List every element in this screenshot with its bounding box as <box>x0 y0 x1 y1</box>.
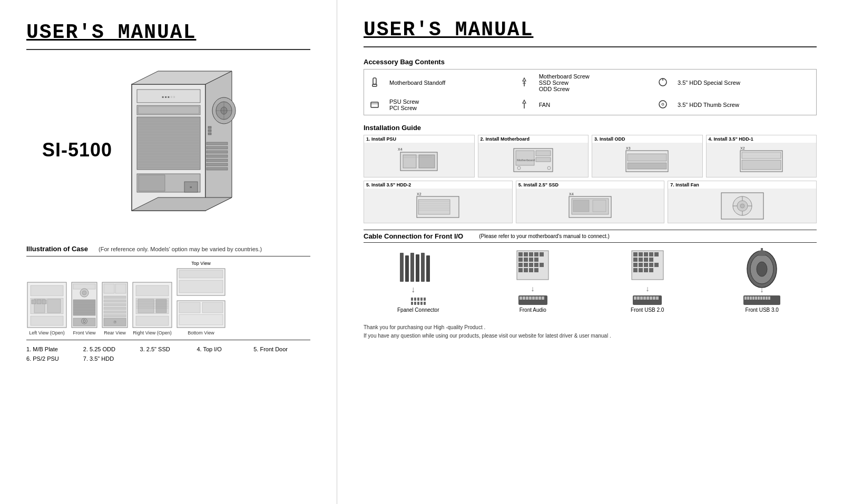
svg-rect-89 <box>104 300 126 302</box>
svg-rect-181 <box>518 252 523 256</box>
thank-you-line1: Thank you for purchasing our High -quali… <box>364 323 817 332</box>
svg-rect-202 <box>639 252 643 256</box>
part-4: 4. Top I/O <box>197 345 253 353</box>
bottom-view-img <box>176 300 226 329</box>
svg-rect-90 <box>104 303 126 306</box>
svg-text:↓: ↓ <box>411 285 415 294</box>
usb2-label: Front USB 2.0 <box>631 307 664 313</box>
svg-rect-176 <box>416 254 419 282</box>
part-2: 2. 5.25 ODD <box>83 345 140 353</box>
acc-icon-6 <box>653 96 672 114</box>
thank-you-line2: If you have any question while using our… <box>364 332 817 340</box>
part-6: 6. PS/2 PSU <box>26 355 83 362</box>
svg-rect-54 <box>207 167 228 170</box>
svg-rect-214 <box>654 263 659 267</box>
right-view-img <box>132 281 173 329</box>
svg-rect-131 <box>419 155 435 168</box>
svg-rect-190 <box>518 263 523 267</box>
svg-rect-223 <box>759 251 765 256</box>
front-usb3-connector: ↓ Front USB 3.0 <box>708 248 817 313</box>
svg-marker-117 <box>523 78 526 81</box>
step-2: 2. Install Motherboard Motherboard <box>478 135 589 177</box>
svg-rect-91 <box>104 307 126 310</box>
thank-you: Thank you for purchasing our High -quali… <box>364 323 817 340</box>
svg-rect-113 <box>202 302 223 313</box>
step-1: 1. Install PSU X4 <box>364 135 475 177</box>
acc-icon-3 <box>515 71 534 95</box>
svg-rect-64 <box>47 299 61 313</box>
step-6-title: 5. Install 2.5" SSD <box>516 181 664 189</box>
svg-rect-187 <box>524 258 528 262</box>
svg-rect-164 <box>593 200 606 212</box>
front-view-img: ⓪ <box>71 281 98 329</box>
cable-connectors: ↓ <box>364 248 817 313</box>
step-4: 4. Install 3.5" HDD-1 X2 <box>706 135 817 177</box>
svg-text:X2: X2 <box>417 192 422 196</box>
step-7-img <box>668 189 816 223</box>
svg-rect-109 <box>179 270 223 278</box>
svg-text:X2: X2 <box>740 146 745 150</box>
audio-plug-bottom <box>518 295 547 305</box>
left-view-label: Left View (Open) <box>29 330 64 335</box>
svg-rect-218 <box>649 268 653 272</box>
svg-text:≡: ≡ <box>189 185 191 189</box>
svg-text:↓: ↓ <box>531 284 535 293</box>
cable-title: Cable Connection for Front I/O <box>364 232 463 240</box>
left-page: USER'S MANUAL SI-5100 ■ ■ ■ ○ ○ <box>0 0 337 504</box>
svg-rect-216 <box>639 268 643 272</box>
svg-rect-209 <box>649 258 653 262</box>
svg-text:Motherboard: Motherboard <box>517 159 535 162</box>
svg-rect-183 <box>529 252 533 256</box>
audio-label: Front Audio <box>519 307 546 313</box>
svg-rect-93 <box>104 314 126 317</box>
svg-marker-124 <box>523 100 526 103</box>
bottom-view: Bottom View <box>176 300 226 335</box>
acc-row-1: Motherboard Standoff Motherboard ScrewSS… <box>365 71 815 95</box>
front-audio-connector: ↓ Front Audio <box>478 248 588 313</box>
acc-row-2: PSU ScrewPCI Screw FAN 3.5" HDD Thumb Sc… <box>365 96 815 114</box>
model-label: SI-5100 <box>42 139 112 161</box>
svg-rect-130 <box>403 155 416 168</box>
accessory-title: Accessory Bag Contents <box>364 58 817 66</box>
svg-rect-201 <box>633 252 638 256</box>
svg-rect-184 <box>534 252 538 256</box>
svg-rect-198 <box>534 268 538 272</box>
svg-rect-68 <box>42 300 46 304</box>
svg-rect-92 <box>104 311 126 313</box>
acc-name-1: Motherboard Standoff <box>385 71 514 95</box>
svg-rect-56 <box>208 130 211 132</box>
svg-rect-51 <box>207 155 228 157</box>
part-5: 5. Front Door <box>253 345 310 353</box>
acc-icon-2 <box>365 96 384 114</box>
step-7-title: 7. Install Fan <box>668 181 816 189</box>
left-divider <box>26 49 310 50</box>
acc-icon-5 <box>653 71 672 95</box>
step-1-title: 1. Install PSU <box>364 135 474 143</box>
svg-rect-86 <box>104 284 114 293</box>
svg-rect-50 <box>207 151 228 153</box>
right-divider <box>364 46 817 47</box>
top-view-label: Top View <box>191 261 210 266</box>
svg-rect-137 <box>536 151 551 156</box>
fpanel-connector: ↓ <box>364 250 473 313</box>
svg-rect-189 <box>534 258 538 262</box>
audio-img: ↓ <box>514 248 551 295</box>
step-4-title: 4. Install 3.5" HDD-1 <box>707 135 817 143</box>
svg-rect-49 <box>207 146 228 149</box>
acc-name-4: FAN <box>535 96 652 114</box>
usb2-img: ↓ <box>629 248 666 295</box>
svg-rect-52 <box>207 159 228 162</box>
case-image-area: SI-5100 ■ ■ ■ ○ ○ <box>26 61 310 240</box>
svg-rect-182 <box>524 252 528 256</box>
views-row: Left View (Open) <box>26 256 310 340</box>
part-3: 3. 2.5" SSD <box>140 345 197 353</box>
svg-point-72 <box>82 291 86 295</box>
svg-point-168 <box>740 204 744 208</box>
svg-rect-42 <box>139 175 165 191</box>
svg-rect-70 <box>73 284 95 289</box>
right-view-label: Right View (Open) <box>133 330 171 335</box>
svg-rect-173 <box>400 253 404 282</box>
svg-rect-195 <box>518 268 523 272</box>
svg-rect-206 <box>633 258 638 262</box>
svg-rect-205 <box>654 252 659 256</box>
